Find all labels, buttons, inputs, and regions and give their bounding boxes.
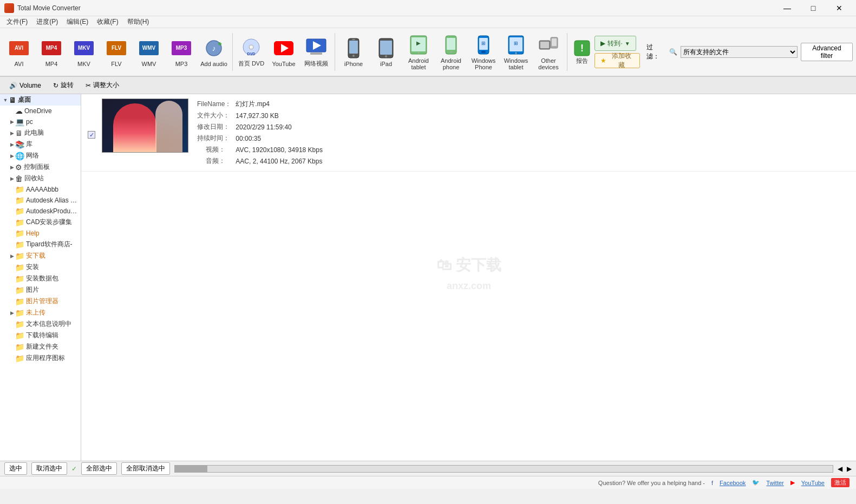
youtube-link[interactable]: YouTube <box>801 480 825 486</box>
volume-icon: 🔊 <box>9 82 17 89</box>
expand-arrow-text-info <box>9 321 15 328</box>
deselect-all-button[interactable]: 全部取消选中 <box>121 462 170 475</box>
menu-edit[interactable]: 编辑(E) <box>62 16 93 28</box>
volume-label: Volume <box>19 82 41 89</box>
select-button[interactable]: 选中 <box>4 462 27 475</box>
volume-button[interactable]: 🔊 Volume <box>4 80 46 91</box>
bookmark-icon: ★ <box>600 57 606 64</box>
toolbar-youtube[interactable]: YouTube <box>268 31 299 73</box>
scroll-left-arrow[interactable]: ◀ <box>838 465 842 473</box>
toolbar-windows-tablet[interactable]: ⊞ Windows tablet <box>500 31 532 73</box>
toolbar-avi[interactable]: AVI AVI <box>3 31 35 73</box>
rotate-button[interactable]: ↻ 旋转 <box>48 78 79 92</box>
toolbar-mp3[interactable]: MP3 MP3 <box>166 31 197 73</box>
svg-rect-13 <box>349 41 358 54</box>
pending-edit-label: 下载待编辑 <box>26 331 58 340</box>
sidebar-item-autodesk-alias[interactable]: 📁 Autodesk Alias Co <box>0 195 81 206</box>
expand-arrow-install-pkg <box>9 276 15 282</box>
sidebar-item-text-info[interactable]: 📁 文本信息说明中 <box>0 318 81 330</box>
sidebar-item-download[interactable]: ▶ 📁 安下载 <box>0 250 81 261</box>
toolbar-android-tablet[interactable]: ▶ Android tablet <box>403 31 434 73</box>
wmv-label: WMV <box>142 61 156 67</box>
toolbar-wmv[interactable]: WMV WMV <box>133 31 165 73</box>
sidebar-item-pending-edit[interactable]: 📁 下载待编辑 <box>0 330 81 341</box>
scroll-track[interactable] <box>174 465 833 473</box>
sidebar-item-aaaa[interactable]: 📁 AAAAAbbb <box>0 184 81 195</box>
sidebar-item-upload[interactable]: ▶ 📁 未上传 <box>0 307 81 318</box>
install-icon: 📁 <box>15 263 24 272</box>
modified-row: 修改日期： 2020/2/29 11:59:40 <box>195 121 325 133</box>
sidebar-item-images[interactable]: 📁 图片 <box>0 284 81 296</box>
sidebar-item-install-pkg[interactable]: 📁 安装数据包 <box>0 273 81 284</box>
mp3-icon: MP3 <box>171 37 192 59</box>
report-button[interactable]: ! 报告 <box>570 31 593 73</box>
toolbar-other-devices[interactable]: Other devices <box>533 31 564 73</box>
toolbar-ipad[interactable]: iPad <box>370 31 402 73</box>
expand-arrow-download: ▶ <box>9 253 15 259</box>
activation-badge[interactable]: 激活 <box>831 478 850 487</box>
sidebar-item-network[interactable]: ▶ 🌐 网络 <box>0 150 81 161</box>
sidebar-item-app-icons[interactable]: 📁 应用程序图标 <box>0 352 81 364</box>
pc-label: pc <box>26 118 33 126</box>
menu-favorites[interactable]: 收藏(F) <box>93 16 122 28</box>
file-checkbox[interactable] <box>88 131 95 139</box>
video-row: 视频： AVC, 1920x1080, 34918 Kbps <box>195 144 325 155</box>
install-pkg-label: 安装数据包 <box>26 274 58 283</box>
twitter-link[interactable]: Twitter <box>766 480 783 486</box>
deselect-button[interactable]: 取消选中 <box>31 462 67 475</box>
checkbox-check[interactable] <box>88 131 95 139</box>
sidebar-item-install[interactable]: 📁 安装 <box>0 261 81 273</box>
sidebar-item-controlpanel[interactable]: ▶ ⚙ 控制面板 <box>0 161 81 173</box>
expand-arrow-pending-edit <box>9 332 15 339</box>
sidebar-item-library[interactable]: ▶ 📚 库 <box>0 139 81 150</box>
autodesk-alias-label: Autodesk Alias Co <box>26 197 79 204</box>
tipard-icon: 📁 <box>15 240 24 249</box>
filter-select[interactable]: 所有支持的文件 <box>681 46 798 58</box>
toolbar-iphone[interactable]: iPhone <box>338 31 369 73</box>
toolbar-flv[interactable]: FLV FLV <box>101 31 132 73</box>
select-all-button[interactable]: 全部选中 <box>81 462 117 475</box>
avi-icon: AVI <box>8 37 30 59</box>
menu-file[interactable]: 文件(F) <box>2 16 32 28</box>
mp4-label: MP4 <box>45 61 58 67</box>
sidebar-item-image-manager[interactable]: 📁 图片管理器 <box>0 296 81 307</box>
bookmark-button[interactable]: ★ 添加收藏 <box>594 53 640 68</box>
scroll-thumb[interactable] <box>175 466 207 472</box>
sidebar-item-tipard[interactable]: 📁 Tipard软件商店- <box>0 239 81 250</box>
desktop-label: 桌面 <box>18 95 31 104</box>
sidebar-item-new-folder[interactable]: 📁 新建文件夹 <box>0 341 81 352</box>
svg-rect-24 <box>447 38 455 50</box>
toolbar-android-phone[interactable]: Android phone <box>435 31 467 73</box>
close-button[interactable]: ✕ <box>827 0 852 16</box>
sidebar-item-help[interactable]: 📁 Help <box>0 228 81 239</box>
status-bar: Question? We offer you a helping hand - … <box>0 476 856 489</box>
resize-button[interactable]: ✂ 调整大小 <box>81 78 124 92</box>
sidebar-item-onedrive[interactable]: ☁ OneDrive <box>0 106 81 116</box>
sidebar-item-recycle[interactable]: ▶ 🗑 回收站 <box>0 173 81 184</box>
minimize-button[interactable]: — <box>775 0 800 16</box>
scroll-right-arrow[interactable]: ▶ <box>847 465 852 473</box>
sidebar-item-cad[interactable]: 📁 CAD安装步骤集 <box>0 217 81 228</box>
svg-text:🛍 安下载: 🛍 安下载 <box>436 256 501 273</box>
menu-help[interactable]: 帮助(H) <box>123 16 154 28</box>
toolbar-mp4[interactable]: MP4 MP4 <box>36 31 67 73</box>
toolbar-windows-phone[interactable]: ⊞ Windows Phone <box>468 31 499 73</box>
duration-row: 持续时间： 00:00:35 <box>195 133 325 144</box>
menu-progress[interactable]: 进度(P) <box>32 16 62 28</box>
toolbar-web-video[interactable]: 网络视频 <box>300 31 332 73</box>
advanced-filter-button[interactable]: Advanced filter <box>801 43 853 61</box>
sidebar-item-desktop[interactable]: ▼ 🖥 桌面 <box>0 94 81 106</box>
toolbar-dvd[interactable]: DVD 首页 DVD <box>236 31 267 73</box>
maximize-button[interactable]: □ <box>801 0 826 16</box>
toolbar-add-audio[interactable]: ♪ Add audio <box>198 31 230 73</box>
convert-button[interactable]: ▶ 转到· ▼ <box>594 36 636 51</box>
expand-arrow-image-manager <box>9 298 15 305</box>
images-icon: 📁 <box>15 286 24 294</box>
toolbar-mkv[interactable]: MKV MKV <box>68 31 100 73</box>
sidebar-item-pc[interactable]: ▶ 💻 pc <box>0 116 81 127</box>
facebook-link[interactable]: Facebook <box>720 480 746 486</box>
svg-point-25 <box>450 51 452 53</box>
sidebar-item-thispc[interactable]: ▶ 🖥 此电脑 <box>0 127 81 139</box>
recycle-icon: 🗑 <box>15 174 23 183</box>
sidebar-item-autodesk-products[interactable]: 📁 AutodeskProducts <box>0 206 81 217</box>
